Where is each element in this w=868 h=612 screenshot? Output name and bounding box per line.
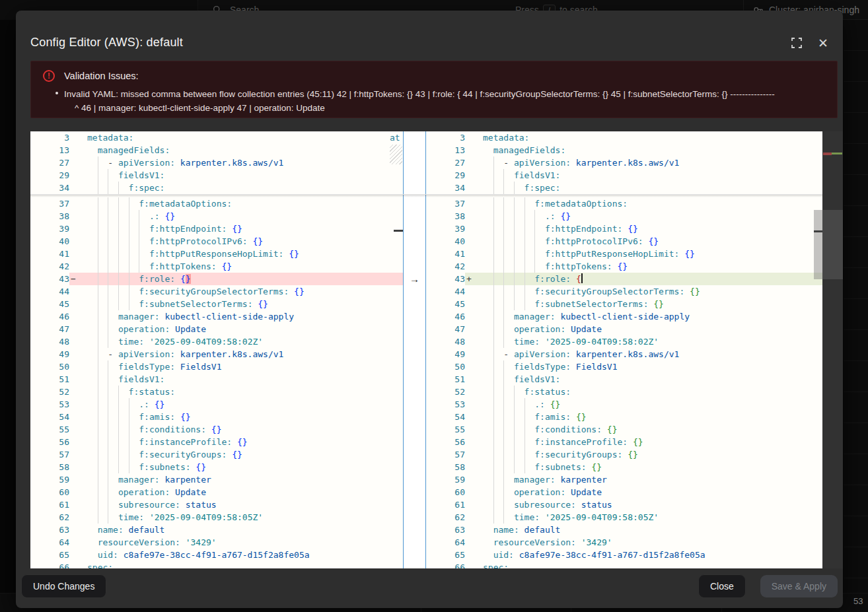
code-line-27[interactable]: 27- apiVersion: karpenter.k8s.aws/v1 — [30, 156, 403, 169]
diff-marker — [465, 473, 474, 486]
close-button[interactable]: Close — [698, 574, 746, 598]
code-line-56[interactable]: 56f:instanceProfile: {} — [30, 436, 403, 448]
diff-marker — [69, 561, 79, 568]
line-number: 61 — [426, 498, 465, 511]
code-line-50[interactable]: 50fieldsType: FieldsV1 — [426, 360, 822, 373]
undo-changes-button[interactable]: Undo Changes — [21, 574, 106, 598]
code-line-38[interactable]: 38.: {} — [30, 210, 403, 222]
code-line-65[interactable]: 65uid: c8afe97e-38cc-4f91-a767-d15f2a8fe… — [426, 549, 822, 561]
code-line-43[interactable]: 43−f:role: {} — [30, 273, 403, 285]
code-line-42[interactable]: 42f:httpTokens: {} — [426, 260, 822, 273]
code-line-58[interactable]: 58f:subnets: {} — [426, 461, 822, 473]
code-line-48[interactable]: 48time: '2025-09-04T09:58:02Z' — [30, 335, 403, 348]
code-line-54[interactable]: 54f:amis: {} — [426, 411, 822, 423]
code-line-61[interactable]: 61subresource: status — [426, 498, 822, 511]
line-number: 44 — [30, 285, 69, 298]
code-line-39[interactable]: 39f:httpEndpoint: {} — [30, 222, 403, 235]
diff-marker — [69, 348, 79, 360]
code-line-47[interactable]: 47operation: Update — [426, 323, 822, 335]
close-icon[interactable]: ✕ — [818, 37, 828, 49]
code-line-29[interactable]: 29fieldsV1: — [30, 169, 403, 182]
diff-marker — [69, 423, 79, 436]
code-line-51[interactable]: 51fieldsV1: — [30, 373, 403, 386]
code-line-59[interactable]: 59manager: karpenter — [30, 473, 403, 486]
code-line-63[interactable]: 63name: default — [30, 524, 403, 536]
code-line-43[interactable]: 43+f:role: { — [426, 273, 822, 285]
code-line-66[interactable]: 66spec: — [426, 561, 822, 568]
code-line-40[interactable]: 40f:httpProtocolIPv6: {} — [426, 235, 822, 248]
code-line-49[interactable]: 49- apiVersion: karpenter.k8s.aws/v1 — [426, 348, 822, 360]
bullet-icon — [55, 92, 58, 94]
line-number: 65 — [30, 549, 69, 561]
code-line-57[interactable]: 57f:securityGroups: {} — [30, 448, 403, 461]
code-line-60[interactable]: 60operation: Update — [30, 486, 403, 498]
code-line-41[interactable]: 41f:httpPutResponseHopLimit: {} — [30, 248, 403, 260]
code-line-52[interactable]: 52f:status: — [426, 386, 822, 398]
code-line-46[interactable]: 46manager: kubectl-client-side-apply — [30, 310, 403, 323]
code-line-57[interactable]: 57f:securityGroups: {} — [426, 448, 822, 461]
code-line-27[interactable]: 27- apiVersion: karpenter.k8s.aws/v1 — [426, 156, 822, 169]
code-line-3[interactable]: 3metadata: — [30, 131, 403, 144]
code-line-39[interactable]: 39f:httpEndpoint: {} — [426, 222, 822, 235]
line-number: 13 — [426, 144, 465, 156]
code-line-66[interactable]: 66spec: — [30, 561, 403, 568]
line-number: 47 — [426, 323, 465, 335]
diff-marker: + — [465, 273, 474, 285]
line-number: 53 — [426, 398, 465, 411]
code-line-55[interactable]: 55f:conditions: {} — [30, 423, 403, 436]
code-line-37[interactable]: 37f:metadataOptions: — [426, 197, 822, 210]
code-line-54[interactable]: 54f:amis: {} — [30, 411, 403, 423]
code-line-44[interactable]: 44f:securityGroupSelectorTerms: {} — [30, 285, 403, 298]
code-line-42[interactable]: 42f:httpTokens: {} — [30, 260, 403, 273]
code-line-46[interactable]: 46manager: kubectl-client-side-apply — [426, 310, 822, 323]
diff-marker — [465, 131, 474, 144]
code-line-38[interactable]: 38.: {} — [426, 210, 822, 222]
line-number: 42 — [426, 260, 465, 273]
overview-ruler-slider[interactable] — [822, 210, 843, 279]
code-line-60[interactable]: 60operation: Update — [426, 486, 822, 498]
code-line-56[interactable]: 56f:instanceProfile: {} — [426, 436, 822, 448]
code-line-59[interactable]: 59manager: karpenter — [426, 473, 822, 486]
code-line-37[interactable]: 37f:metadataOptions: — [30, 197, 403, 210]
right-scrollbar-slider[interactable] — [814, 210, 822, 279]
revert-change-arrow-button[interactable]: → — [405, 273, 424, 285]
code-line-47[interactable]: 47operation: Update — [30, 323, 403, 335]
diff-marker — [69, 335, 79, 348]
code-line-45[interactable]: 45f:subnetSelectorTerms: {} — [426, 298, 822, 310]
code-line-13[interactable]: 13managedFields: — [30, 144, 403, 156]
code-line-62[interactable]: 62time: '2025-09-04T09:58:05Z' — [426, 511, 822, 524]
line-number: 27 — [426, 156, 465, 169]
code-line-53[interactable]: 53.: {} — [426, 398, 822, 411]
diff-marker — [69, 323, 79, 335]
code-line-13[interactable]: 13managedFields: — [426, 144, 822, 156]
alert-message-line2: ^ 46 | manager: kubectl-client-side-appl… — [64, 101, 821, 115]
code-line-62[interactable]: 62time: '2025-09-04T09:58:05Z' — [30, 511, 403, 524]
code-line-58[interactable]: 58f:subnets: {} — [30, 461, 403, 473]
code-line-34[interactable]: 34f:spec: — [30, 182, 403, 194]
code-line-3[interactable]: 3metadata: — [426, 131, 822, 144]
code-line-51[interactable]: 51fieldsV1: — [426, 373, 822, 386]
code-line-64[interactable]: 64resourceVersion: '3429' — [30, 536, 403, 549]
code-line-44[interactable]: 44f:securityGroupSelectorTerms: {} — [426, 285, 822, 298]
code-line-29[interactable]: 29fieldsV1: — [426, 169, 822, 182]
code-line-65[interactable]: 65uid: c8afe97e-38cc-4f91-a767-d15f2a8fe… — [30, 549, 403, 561]
code-line-41[interactable]: 41f:httpPutResponseHopLimit: {} — [426, 248, 822, 260]
code-line-52[interactable]: 52f:status: — [30, 386, 403, 398]
diff-marker — [465, 156, 474, 169]
code-line-40[interactable]: 40f:httpProtocolIPv6: {} — [30, 235, 403, 248]
line-number: 29 — [426, 169, 465, 182]
diff-marker — [465, 335, 474, 348]
code-line-45[interactable]: 45f:subnetSelectorTerms: {} — [30, 298, 403, 310]
diff-marker — [465, 182, 474, 194]
code-line-49[interactable]: 49- apiVersion: karpenter.k8s.aws/v1 — [30, 348, 403, 360]
code-line-48[interactable]: 48time: '2025-09-04T09:58:02Z' — [426, 335, 822, 348]
code-line-53[interactable]: 53.: {} — [30, 398, 403, 411]
code-line-63[interactable]: 63name: default — [426, 524, 822, 536]
expand-icon[interactable] — [791, 38, 802, 48]
code-line-50[interactable]: 50fieldsType: FieldsV1 — [30, 360, 403, 373]
save-apply-button[interactable]: Save & Apply — [760, 575, 838, 597]
code-line-64[interactable]: 64resourceVersion: '3429' — [426, 536, 822, 549]
code-line-55[interactable]: 55f:conditions: {} — [426, 423, 822, 436]
code-line-61[interactable]: 61subresource: status — [30, 498, 403, 511]
code-line-34[interactable]: 34f:spec: — [426, 182, 822, 194]
